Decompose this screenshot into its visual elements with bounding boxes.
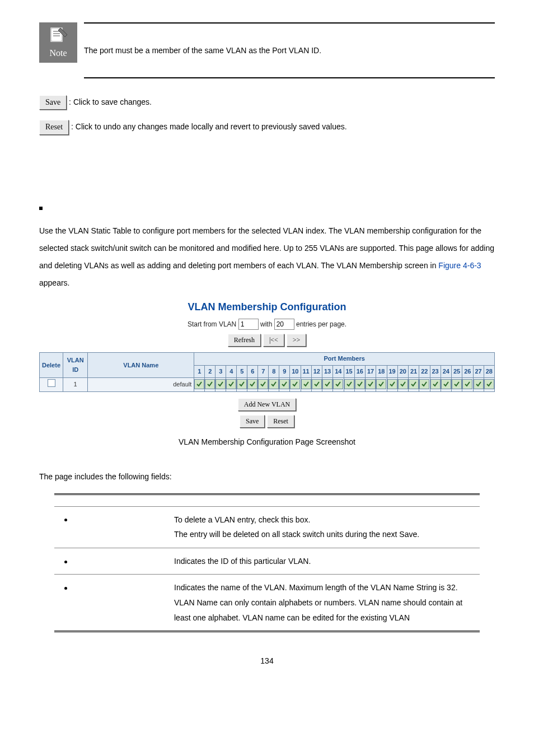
port-member-check-20[interactable] — [397, 378, 408, 392]
port-header-8: 8 — [269, 365, 279, 378]
port-member-check-14[interactable] — [333, 378, 344, 392]
field-vlanname-desc: Indicates the name of the VLAN. Maximum … — [170, 575, 480, 632]
field-delete-desc-2: The entry will be deleted on all stack s… — [174, 527, 475, 542]
port-member-check-21[interactable] — [409, 378, 419, 392]
screenshot-caption: VLAN Membership Configuration Page Scree… — [39, 436, 495, 448]
fields-intro: The page includes the following fields: — [39, 470, 495, 483]
col-delete: Delete — [40, 353, 63, 378]
port-member-check-28[interactable] — [484, 378, 494, 392]
port-member-check-7[interactable] — [258, 378, 269, 392]
port-member-check-6[interactable] — [247, 378, 258, 392]
field-delete-desc-1: To delete a VLAN entry, check this box. — [174, 512, 475, 528]
intro-paragraph: Use the VLAN Static Table to configure p… — [39, 222, 495, 291]
fields-row-delete: To delete a VLAN entry, check this box. … — [54, 506, 480, 548]
port-header-22: 22 — [419, 365, 430, 378]
add-new-vlan-button[interactable]: Add New VLAN — [238, 398, 296, 411]
vlan-name-cell[interactable]: default — [88, 378, 194, 392]
page-number: 134 — [39, 655, 495, 667]
note-icon: Note — [39, 22, 77, 63]
page-first-button[interactable]: |<< — [263, 334, 284, 347]
port-member-check-18[interactable] — [376, 378, 387, 392]
vlan-data-row: 1 default — [40, 378, 495, 392]
port-header-3: 3 — [216, 365, 226, 378]
port-member-check-13[interactable] — [322, 378, 333, 392]
port-header-1: 1 — [194, 365, 205, 378]
note-block: Note The port must be a member of the sa… — [39, 22, 495, 78]
fields-table: To delete a VLAN entry, check this box. … — [54, 493, 480, 633]
port-header-18: 18 — [376, 365, 387, 378]
entries-per-page-input[interactable] — [274, 319, 294, 330]
col-port-members: Port Members — [194, 353, 495, 366]
port-member-check-23[interactable] — [430, 378, 441, 392]
port-header-4: 4 — [226, 365, 237, 378]
save-button-description: Save : Click to save changes. — [39, 95, 495, 110]
port-member-check-1[interactable] — [194, 378, 205, 392]
port-header-13: 13 — [322, 365, 333, 378]
intro-text: Use the VLAN Static Table to configure p… — [39, 226, 494, 270]
port-member-check-19[interactable] — [387, 378, 397, 392]
vlan-id-cell: 1 — [63, 378, 88, 392]
vlan-paging-controls: Start from VLAN with entries per page. — [39, 319, 495, 330]
port-member-check-26[interactable] — [462, 378, 473, 392]
port-member-check-8[interactable] — [269, 378, 279, 392]
start-from-label: Start from VLAN — [188, 320, 238, 328]
reset-button-2[interactable]: Reset — [267, 415, 294, 428]
port-member-check-27[interactable] — [473, 378, 484, 392]
col-vlan-name: VLAN Name — [88, 353, 194, 378]
reset-button[interactable]: Reset — [39, 120, 69, 134]
port-member-check-15[interactable] — [344, 378, 354, 392]
port-header-14: 14 — [333, 365, 344, 378]
port-header-11: 11 — [301, 365, 311, 378]
save-button-2[interactable]: Save — [240, 415, 265, 428]
fields-header-row — [54, 494, 480, 506]
port-header-17: 17 — [366, 365, 376, 378]
port-header-23: 23 — [430, 365, 441, 378]
port-header-7: 7 — [258, 365, 269, 378]
with-label: with — [260, 320, 274, 328]
save-button[interactable]: Save — [39, 95, 67, 110]
field-vlanid-desc: Indicates the ID of this particular VLAN… — [170, 548, 480, 575]
port-header-5: 5 — [237, 365, 247, 378]
delete-cell[interactable] — [40, 378, 63, 392]
table-header-row-1: Delete VLAN ID VLAN Name Port Members — [40, 353, 495, 366]
port-member-check-9[interactable] — [279, 378, 290, 392]
port-member-check-22[interactable] — [419, 378, 430, 392]
port-header-12: 12 — [311, 365, 322, 378]
port-header-25: 25 — [452, 365, 462, 378]
port-member-check-3[interactable] — [216, 378, 226, 392]
port-header-19: 19 — [387, 365, 397, 378]
refresh-button[interactable]: Refresh — [228, 334, 261, 347]
intro-after: appears. — [39, 278, 69, 287]
port-header-26: 26 — [462, 365, 473, 378]
start-from-input[interactable] — [238, 319, 259, 330]
port-member-check-10[interactable] — [290, 378, 301, 392]
port-member-check-24[interactable] — [441, 378, 451, 392]
port-header-15: 15 — [344, 365, 354, 378]
port-member-check-11[interactable] — [301, 378, 311, 392]
col-vlan-id: VLAN ID — [63, 353, 88, 378]
port-member-check-4[interactable] — [226, 378, 237, 392]
save-desc-text: : Click to save changes. — [69, 97, 152, 106]
port-header-2: 2 — [205, 365, 216, 378]
reset-button-description: Reset : Click to undo any changes made l… — [39, 120, 495, 134]
figure-reference: Figure 4-6-3 — [438, 261, 481, 270]
port-header-10: 10 — [290, 365, 301, 378]
port-member-check-17[interactable] — [366, 378, 376, 392]
port-member-check-16[interactable] — [354, 378, 365, 392]
note-label: Note — [49, 46, 67, 60]
port-member-check-2[interactable] — [205, 378, 216, 392]
port-header-28: 28 — [484, 365, 494, 378]
vlan-config-title: VLAN Membership Configuration — [39, 299, 495, 315]
port-header-16: 16 — [354, 365, 365, 378]
port-member-check-12[interactable] — [311, 378, 322, 392]
section-bullet — [39, 202, 495, 214]
port-header-20: 20 — [397, 365, 408, 378]
page-next-button[interactable]: >> — [287, 334, 307, 347]
fields-row-vlanname: Indicates the name of the VLAN. Maximum … — [54, 575, 480, 632]
port-member-check-5[interactable] — [237, 378, 247, 392]
port-header-6: 6 — [247, 365, 258, 378]
port-header-24: 24 — [441, 365, 451, 378]
note-text: The port must be a member of the same VL… — [84, 22, 495, 78]
port-header-9: 9 — [279, 365, 290, 378]
port-member-check-25[interactable] — [452, 378, 462, 392]
